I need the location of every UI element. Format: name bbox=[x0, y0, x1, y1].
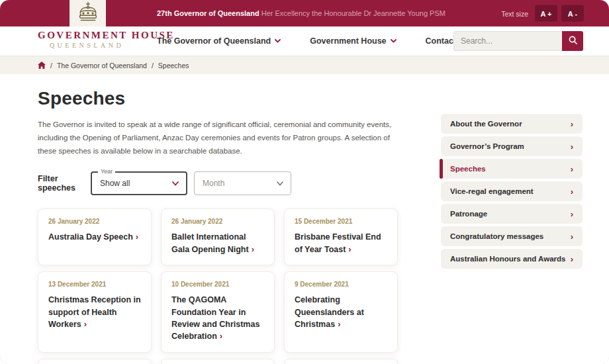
breadcrumb-separator: / bbox=[50, 62, 52, 69]
speech-title-text: Christmas Reception in support of Health… bbox=[48, 295, 141, 328]
speech-title-link[interactable]: Australia Day Speech› bbox=[48, 231, 141, 244]
year-select-label: Year bbox=[98, 168, 115, 175]
year-select[interactable]: Year Show all bbox=[91, 171, 187, 195]
sidebar-item-label: Congratulatory messages bbox=[450, 232, 543, 240]
search-icon bbox=[568, 35, 578, 47]
sidebar-item-label: Speeches bbox=[450, 165, 486, 173]
chevron-right-icon: › bbox=[571, 254, 573, 264]
chevron-right-icon: › bbox=[571, 164, 573, 174]
chevron-down-icon bbox=[172, 181, 178, 185]
breadcrumb: / The Governor of Queensland / Speeches bbox=[0, 56, 609, 74]
sidebar-item-congratulatory-messages[interactable]: Congratulatory messages› bbox=[441, 226, 583, 246]
speech-title-text: Celebrating Queenslanders at Christmas bbox=[295, 295, 364, 328]
governor-number: 27th Governor of Queensland bbox=[157, 9, 259, 17]
sidebar-item-speeches[interactable]: Speeches› bbox=[441, 159, 583, 179]
speech-cards-grid: 26 January 2022Australia Day Speech›26 J… bbox=[38, 208, 398, 364]
speech-date: 9 December 2021 bbox=[295, 281, 387, 288]
home-icon[interactable] bbox=[38, 62, 46, 69]
chevron-right-icon: › bbox=[571, 119, 573, 129]
site-logo[interactable]: GOVERNMENT HOUSE QUEENSLAND bbox=[38, 30, 136, 49]
main-column: Speeches The Governor is invited to spea… bbox=[38, 74, 398, 364]
text-size-controls: Text size A + A - bbox=[501, 5, 584, 22]
search-input[interactable] bbox=[453, 31, 562, 51]
speech-title-link[interactable]: Brisbane Festival End of Year Toast› bbox=[295, 231, 387, 255]
chevron-right-icon: › bbox=[252, 244, 254, 254]
speech-title-text: Brisbane Festival End of Year Toast bbox=[295, 232, 381, 253]
nav-item-label: The Governor of Queensland bbox=[157, 36, 271, 46]
speech-date: 26 January 2022 bbox=[171, 218, 264, 225]
governor-name: Her Excellency the Honourable Dr Jeannet… bbox=[259, 9, 445, 17]
speech-title-text: Ballet International Gala Opening Night bbox=[171, 232, 249, 253]
speech-title-link[interactable]: Christmas Reception in support of Health… bbox=[48, 294, 141, 330]
sidebar-item-vice-regal-engagement[interactable]: Vice-regal engagement› bbox=[441, 181, 583, 201]
speech-date: 15 December 2021 bbox=[295, 218, 387, 225]
speech-title-text: Australia Day Speech bbox=[48, 232, 133, 242]
speech-date: 10 December 2021 bbox=[171, 281, 264, 288]
chevron-right-icon: › bbox=[348, 244, 351, 254]
logo-subtitle: QUEENSLAND bbox=[38, 42, 136, 49]
breadcrumb-item-speeches[interactable]: Speeches bbox=[158, 62, 189, 69]
page-title: Speeches bbox=[38, 88, 398, 109]
speech-title-link[interactable]: The QAGOMA Foundation Year in Review and… bbox=[171, 294, 264, 342]
sidebar-item-label: About the Governor bbox=[450, 120, 522, 128]
content-area: Speeches The Governor is invited to spea… bbox=[0, 74, 609, 364]
sidebar-item-australian-honours-and-awards[interactable]: Australian Honours and Awards› bbox=[441, 249, 583, 269]
main-navbar: GOVERNMENT HOUSE QUEENSLAND The Governor… bbox=[0, 26, 609, 56]
speech-title-link[interactable]: Celebrating Queenslanders at Christmas› bbox=[295, 294, 387, 330]
chevron-down-icon bbox=[391, 39, 397, 43]
logo-title: GOVERNMENT HOUSE bbox=[38, 30, 136, 41]
speech-card[interactable]: 9 December 2021Presentation of the Addre… bbox=[38, 359, 152, 364]
speech-title-link[interactable]: Ballet International Gala Opening Night› bbox=[171, 231, 264, 255]
search-button[interactable] bbox=[562, 31, 583, 51]
sidebar-item-label: Vice-regal engagement bbox=[450, 187, 534, 195]
chevron-right-icon: › bbox=[84, 319, 87, 329]
speech-card[interactable]: 15 December 2021Brisbane Festival End of… bbox=[284, 208, 398, 265]
speech-card[interactable]: 26 January 2022Ballet International Gala… bbox=[161, 208, 275, 265]
chevron-right-icon: › bbox=[571, 187, 573, 197]
text-size-decrease-button[interactable]: A - bbox=[561, 5, 584, 22]
chevron-down-icon bbox=[277, 181, 283, 185]
crown-icon bbox=[76, 1, 100, 25]
sidebar-item-patronage[interactable]: Patronage› bbox=[441, 204, 583, 224]
speech-card[interactable]: 4 December 2021Royal Queensland Art Soci… bbox=[284, 359, 398, 364]
text-size-label: Text size bbox=[501, 9, 528, 17]
speech-card[interactable]: 6 December 2021Celebrating International… bbox=[161, 359, 275, 364]
sidebar-item-label: Australian Honours and Awards bbox=[450, 255, 565, 263]
top-banner: 27th Governor of Queensland Her Excellen… bbox=[0, 0, 609, 26]
intro-paragraph: The Governor is invited to speak at a wi… bbox=[38, 118, 395, 158]
speech-card[interactable]: 26 January 2022Australia Day Speech› bbox=[38, 208, 152, 265]
filter-row: Filter speeches Year Show all Month bbox=[38, 171, 398, 195]
chevron-right-icon: › bbox=[136, 232, 138, 242]
chevron-right-icon: › bbox=[571, 232, 573, 242]
speech-title-text: The QAGOMA Foundation Year in Review and… bbox=[171, 295, 259, 340]
chevron-right-icon: › bbox=[571, 209, 573, 219]
chevron-right-icon: › bbox=[220, 331, 222, 341]
sidebar-item-label: Governor’s Program bbox=[450, 142, 524, 150]
site-search bbox=[453, 31, 583, 51]
sidebar-item-about-the-governor[interactable]: About the Governor› bbox=[441, 114, 583, 134]
breadcrumb-item-governor[interactable]: The Governor of Queensland bbox=[57, 62, 147, 69]
speech-card[interactable]: 10 December 2021The QAGOMA Foundation Ye… bbox=[161, 271, 275, 352]
nav-item-label: Government House bbox=[310, 36, 386, 46]
breadcrumb-separator: / bbox=[152, 62, 154, 69]
section-sidebar: About the Governor›Governor’s Program›Sp… bbox=[441, 114, 583, 364]
nav-item-government-house[interactable]: Government House bbox=[310, 36, 396, 46]
speech-date: 26 January 2022 bbox=[48, 218, 141, 225]
speech-date: 13 December 2021 bbox=[48, 281, 141, 288]
chevron-right-icon: › bbox=[338, 319, 340, 329]
month-select[interactable]: Month bbox=[194, 171, 291, 195]
sidebar-item-governor-s-program[interactable]: Governor’s Program› bbox=[441, 136, 583, 156]
primary-nav: The Governor of Queensland Government Ho… bbox=[157, 26, 468, 56]
year-select-value: Show all bbox=[100, 179, 130, 188]
month-select-placeholder: Month bbox=[203, 179, 224, 188]
speech-card[interactable]: 13 December 2021Christmas Reception in s… bbox=[38, 271, 152, 352]
nav-item-governor-of-queensland[interactable]: The Governor of Queensland bbox=[157, 36, 281, 46]
speech-card[interactable]: 9 December 2021Celebrating Queenslanders… bbox=[284, 271, 398, 352]
chevron-right-icon: › bbox=[571, 142, 573, 152]
filter-label: Filter speeches bbox=[38, 174, 91, 193]
chevron-down-icon bbox=[275, 39, 281, 43]
text-size-increase-button[interactable]: A + bbox=[535, 5, 557, 22]
sidebar-item-label: Patronage bbox=[450, 210, 487, 218]
crown-logo[interactable] bbox=[70, 0, 106, 26]
government-house-website: 27th Governor of Queensland Her Excellen… bbox=[0, 0, 609, 364]
